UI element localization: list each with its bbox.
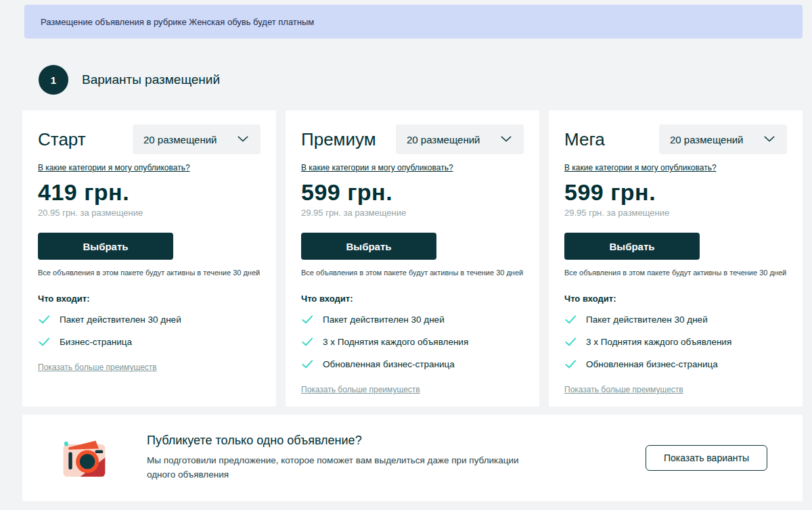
feature-row: 3 х Поднятия каждого объявления: [301, 335, 524, 348]
single-ad-promo-card: Публикуете только одно объявление? Мы по…: [22, 415, 803, 501]
feature-label: 3 х Поднятия каждого объявления: [323, 337, 468, 347]
step-header: 1 Варианты размещений: [39, 65, 812, 95]
feature-row: Обновленная бизнес-страница: [301, 358, 524, 371]
plan-note: Все объявления в этом пакете будут актив…: [564, 269, 787, 277]
paid-category-banner: Размещение объявления в рубрике Женская …: [24, 5, 803, 39]
chevron-down-icon: [236, 133, 250, 146]
placements-dropdown[interactable]: 20 размещений: [133, 124, 261, 154]
check-icon: [38, 335, 51, 348]
plan-note: Все объявления в этом пакете будут актив…: [301, 269, 524, 277]
feature-label: Бизнес-страница: [60, 337, 132, 347]
placement-options-page: Размещение объявления в рубрике Женская …: [0, 5, 812, 510]
includes-title: Что входит:: [564, 294, 787, 304]
feature-label: Обновленная бизнес-страница: [586, 359, 718, 369]
plan-cards-row: Старт 20 размещений В какие категории я …: [22, 110, 803, 407]
plan-card-mega: Мега 20 размещений В какие категории я м…: [549, 110, 803, 407]
plan-price-per-unit: 29.95 грн. за размещение: [301, 208, 524, 218]
feature-row: Пакет действителен 30 дней: [564, 313, 787, 326]
banner-text: Размещение объявления в рубрике Женская …: [41, 17, 314, 27]
check-icon: [564, 358, 577, 371]
camera-icon: [60, 434, 110, 482]
plan-title: Старт: [38, 129, 86, 150]
select-plan-button[interactable]: Выбрать: [38, 233, 173, 260]
category-help-link[interactable]: В какие категории я могу опубликовать?: [301, 163, 453, 172]
check-icon: [301, 335, 314, 348]
feature-row: Бизнес-страница: [38, 335, 261, 348]
step-number-badge: 1: [39, 65, 68, 95]
check-icon: [38, 313, 51, 326]
category-help-link[interactable]: В какие категории я могу опубликовать?: [38, 163, 190, 172]
feature-label: Пакет действителен 30 дней: [323, 315, 445, 325]
plan-card-header: Мега 20 размещений: [564, 124, 787, 154]
check-icon: [301, 358, 314, 371]
plan-price: 419 грн.: [38, 179, 261, 206]
select-plan-button[interactable]: Выбрать: [564, 233, 700, 260]
promo-title: Публикуете только одно объявление?: [147, 434, 526, 448]
placements-dropdown[interactable]: 20 размещений: [659, 124, 787, 154]
page-title: Варианты размещений: [82, 72, 220, 87]
show-options-button[interactable]: Показать варианты: [646, 445, 767, 471]
check-icon: [301, 313, 314, 326]
promo-texts: Публикуете только одно объявление? Мы по…: [147, 434, 526, 482]
step-number: 1: [51, 74, 56, 86]
plan-price: 599 грн.: [301, 179, 524, 206]
placements-dropdown-value: 20 размещений: [143, 134, 217, 145]
feature-label: Обновленная бизнес-страница: [323, 359, 455, 369]
plan-price: 599 грн.: [564, 179, 787, 206]
promo-text: Мы подготовили предложение, которое помо…: [147, 454, 526, 482]
feature-label: Пакет действителен 30 дней: [586, 315, 708, 325]
show-more-benefits-link[interactable]: Показать больше преимуществ: [301, 385, 420, 394]
chevron-down-icon: [763, 133, 776, 146]
feature-label: Пакет действителен 30 дней: [60, 315, 181, 325]
plan-price-per-unit: 29.95 грн. за размещение: [564, 208, 787, 218]
feature-row: Пакет действителен 30 дней: [38, 313, 261, 326]
plan-note: Все объявления в этом пакете будут актив…: [38, 269, 261, 277]
plan-price-per-unit: 20.95 грн. за размещение: [38, 208, 261, 218]
placements-dropdown-value: 20 размещений: [670, 134, 743, 145]
placements-dropdown[interactable]: 20 размещений: [396, 124, 524, 154]
plan-title: Премиум: [301, 129, 376, 150]
chevron-down-icon: [499, 133, 513, 146]
check-icon: [564, 313, 577, 326]
plan-card-header: Премиум 20 размещений: [301, 124, 524, 154]
feature-row: Пакет действителен 30 дней: [301, 313, 524, 326]
plan-title: Мега: [564, 129, 605, 150]
show-more-benefits-link[interactable]: Показать больше преимуществ: [564, 385, 683, 394]
show-more-benefits-link[interactable]: Показать больше преимуществ: [38, 363, 157, 372]
check-icon: [564, 335, 577, 348]
includes-title: Что входит:: [301, 294, 524, 304]
category-help-link[interactable]: В какие категории я могу опубликовать?: [564, 163, 717, 172]
feature-row: Обновленная бизнес-страница: [564, 358, 787, 371]
plan-card-premium: Премиум 20 размещений В какие категории …: [286, 110, 539, 407]
plan-card-header: Старт 20 размещений: [38, 124, 261, 154]
placements-dropdown-value: 20 размещений: [407, 134, 480, 145]
select-plan-button[interactable]: Выбрать: [301, 233, 436, 260]
feature-label: 3 х Поднятия каждого объявления: [586, 337, 731, 347]
feature-row: 3 х Поднятия каждого объявления: [564, 335, 787, 348]
includes-title: Что входит:: [38, 294, 261, 304]
plan-card-start: Старт 20 размещений В какие категории я …: [22, 110, 276, 407]
